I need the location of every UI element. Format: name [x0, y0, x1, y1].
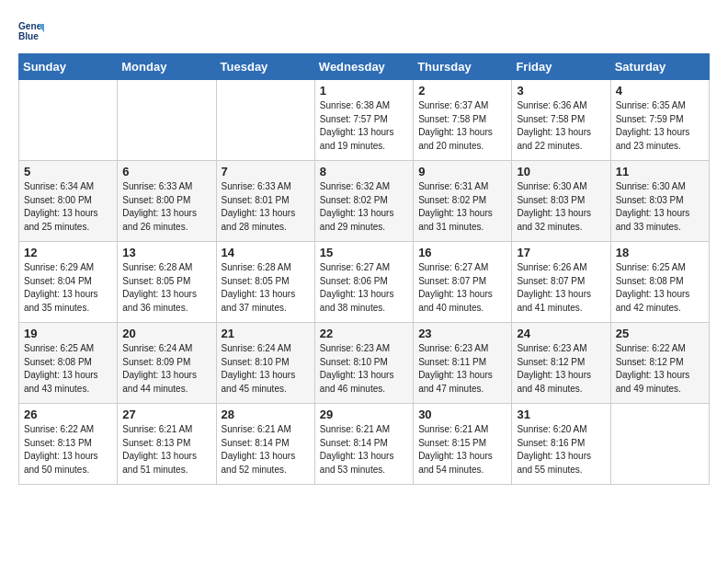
day-info: Sunrise: 6:23 AM Sunset: 8:10 PM Dayligh…	[320, 342, 408, 396]
day-number: 8	[320, 165, 408, 178]
day-info: Sunrise: 6:25 AM Sunset: 8:08 PM Dayligh…	[616, 261, 704, 315]
calendar-week-row: 1Sunrise: 6:38 AM Sunset: 7:57 PM Daylig…	[19, 80, 710, 161]
logo: General Blue	[18, 18, 48, 44]
day-info: Sunrise: 6:30 AM Sunset: 8:03 PM Dayligh…	[517, 180, 605, 234]
day-number: 1	[320, 84, 408, 98]
day-number: 27	[122, 408, 210, 421]
day-info: Sunrise: 6:21 AM Sunset: 8:13 PM Dayligh…	[122, 423, 210, 477]
calendar-cell	[216, 80, 314, 161]
calendar-cell: 18Sunrise: 6:25 AM Sunset: 8:08 PM Dayli…	[610, 242, 709, 323]
calendar-cell: 30Sunrise: 6:21 AM Sunset: 8:15 PM Dayli…	[414, 404, 512, 485]
day-info: Sunrise: 6:26 AM Sunset: 8:07 PM Dayligh…	[517, 261, 605, 315]
calendar-cell: 4Sunrise: 6:35 AM Sunset: 7:59 PM Daylig…	[610, 80, 709, 161]
calendar-cell: 31Sunrise: 6:20 AM Sunset: 8:16 PM Dayli…	[512, 404, 610, 485]
calendar-cell: 9Sunrise: 6:31 AM Sunset: 8:02 PM Daylig…	[414, 161, 512, 242]
calendar-cell: 3Sunrise: 6:36 AM Sunset: 7:58 PM Daylig…	[512, 80, 610, 161]
day-info: Sunrise: 6:28 AM Sunset: 8:05 PM Dayligh…	[222, 261, 310, 315]
day-number: 22	[320, 327, 408, 340]
day-number: 3	[517, 84, 605, 98]
day-number: 7	[222, 165, 310, 178]
calendar-cell: 11Sunrise: 6:30 AM Sunset: 8:03 PM Dayli…	[610, 161, 709, 242]
day-number: 25	[616, 327, 704, 340]
day-info: Sunrise: 6:30 AM Sunset: 8:03 PM Dayligh…	[616, 180, 704, 234]
day-info: Sunrise: 6:20 AM Sunset: 8:16 PM Dayligh…	[517, 423, 605, 477]
calendar-cell: 19Sunrise: 6:25 AM Sunset: 8:08 PM Dayli…	[19, 323, 118, 404]
day-number: 31	[517, 408, 605, 421]
calendar-cell: 24Sunrise: 6:23 AM Sunset: 8:12 PM Dayli…	[512, 323, 610, 404]
logo-icon: General Blue	[18, 18, 44, 44]
calendar-cell: 5Sunrise: 6:34 AM Sunset: 8:00 PM Daylig…	[19, 161, 118, 242]
day-info: Sunrise: 6:31 AM Sunset: 8:02 PM Dayligh…	[418, 180, 506, 234]
day-number: 30	[418, 408, 506, 421]
day-number: 16	[418, 246, 506, 259]
day-number: 24	[517, 327, 605, 340]
calendar-cell: 22Sunrise: 6:23 AM Sunset: 8:10 PM Dayli…	[314, 323, 413, 404]
day-info: Sunrise: 6:38 AM Sunset: 7:57 PM Dayligh…	[320, 99, 408, 153]
day-number: 19	[24, 327, 112, 340]
day-number: 13	[122, 246, 210, 259]
day-info: Sunrise: 6:32 AM Sunset: 8:02 PM Dayligh…	[320, 180, 408, 234]
day-info: Sunrise: 6:22 AM Sunset: 8:13 PM Dayligh…	[24, 423, 112, 477]
calendar-week-row: 12Sunrise: 6:29 AM Sunset: 8:04 PM Dayli…	[19, 242, 710, 323]
day-number: 6	[122, 165, 210, 178]
day-info: Sunrise: 6:21 AM Sunset: 8:14 PM Dayligh…	[320, 423, 408, 477]
header-row: SundayMondayTuesdayWednesdayThursdayFrid…	[19, 54, 710, 80]
calendar-cell: 28Sunrise: 6:21 AM Sunset: 8:14 PM Dayli…	[216, 404, 314, 485]
calendar-cell: 8Sunrise: 6:32 AM Sunset: 8:02 PM Daylig…	[314, 161, 413, 242]
day-info: Sunrise: 6:22 AM Sunset: 8:12 PM Dayligh…	[616, 342, 704, 396]
calendar-cell: 13Sunrise: 6:28 AM Sunset: 8:05 PM Dayli…	[118, 242, 216, 323]
calendar-cell: 25Sunrise: 6:22 AM Sunset: 8:12 PM Dayli…	[610, 323, 709, 404]
day-number: 28	[222, 408, 310, 421]
day-number: 23	[418, 327, 506, 340]
calendar-table: SundayMondayTuesdayWednesdayThursdayFrid…	[18, 53, 710, 485]
day-number: 10	[517, 165, 605, 178]
day-number: 20	[122, 327, 210, 340]
day-info: Sunrise: 6:37 AM Sunset: 7:58 PM Dayligh…	[418, 99, 506, 153]
calendar-week-row: 26Sunrise: 6:22 AM Sunset: 8:13 PM Dayli…	[19, 404, 710, 485]
day-number: 12	[24, 246, 112, 259]
day-number: 11	[616, 165, 704, 178]
day-number: 15	[320, 246, 408, 259]
calendar-cell: 10Sunrise: 6:30 AM Sunset: 8:03 PM Dayli…	[512, 161, 610, 242]
day-info: Sunrise: 6:34 AM Sunset: 8:00 PM Dayligh…	[24, 180, 112, 234]
day-info: Sunrise: 6:21 AM Sunset: 8:14 PM Dayligh…	[222, 423, 310, 477]
day-info: Sunrise: 6:36 AM Sunset: 7:58 PM Dayligh…	[517, 99, 605, 153]
calendar-cell: 20Sunrise: 6:24 AM Sunset: 8:09 PM Dayli…	[118, 323, 216, 404]
day-number: 4	[616, 84, 704, 98]
day-info: Sunrise: 6:35 AM Sunset: 7:59 PM Dayligh…	[616, 99, 704, 153]
weekday-header: Wednesday	[314, 54, 413, 80]
day-info: Sunrise: 6:24 AM Sunset: 8:10 PM Dayligh…	[222, 342, 310, 396]
calendar-cell: 16Sunrise: 6:27 AM Sunset: 8:07 PM Dayli…	[414, 242, 512, 323]
calendar-cell: 12Sunrise: 6:29 AM Sunset: 8:04 PM Dayli…	[19, 242, 118, 323]
day-number: 29	[320, 408, 408, 421]
weekday-header: Sunday	[19, 54, 118, 80]
day-info: Sunrise: 6:23 AM Sunset: 8:12 PM Dayligh…	[517, 342, 605, 396]
calendar-cell: 21Sunrise: 6:24 AM Sunset: 8:10 PM Dayli…	[216, 323, 314, 404]
day-number: 17	[517, 246, 605, 259]
day-number: 5	[24, 165, 112, 178]
day-info: Sunrise: 6:21 AM Sunset: 8:15 PM Dayligh…	[418, 423, 506, 477]
calendar-cell: 15Sunrise: 6:27 AM Sunset: 8:06 PM Dayli…	[314, 242, 413, 323]
day-info: Sunrise: 6:27 AM Sunset: 8:07 PM Dayligh…	[418, 261, 506, 315]
calendar-cell: 2Sunrise: 6:37 AM Sunset: 7:58 PM Daylig…	[414, 80, 512, 161]
day-info: Sunrise: 6:23 AM Sunset: 8:11 PM Dayligh…	[418, 342, 506, 396]
calendar-cell	[118, 80, 216, 161]
calendar-week-row: 5Sunrise: 6:34 AM Sunset: 8:00 PM Daylig…	[19, 161, 710, 242]
day-info: Sunrise: 6:27 AM Sunset: 8:06 PM Dayligh…	[320, 261, 408, 315]
page-header: General Blue	[18, 18, 710, 44]
day-number: 9	[418, 165, 506, 178]
weekday-header: Thursday	[414, 54, 512, 80]
day-info: Sunrise: 6:33 AM Sunset: 8:00 PM Dayligh…	[122, 180, 210, 234]
day-number: 21	[222, 327, 310, 340]
day-info: Sunrise: 6:25 AM Sunset: 8:08 PM Dayligh…	[24, 342, 112, 396]
calendar-cell: 7Sunrise: 6:33 AM Sunset: 8:01 PM Daylig…	[216, 161, 314, 242]
day-number: 14	[222, 246, 310, 259]
calendar-cell: 14Sunrise: 6:28 AM Sunset: 8:05 PM Dayli…	[216, 242, 314, 323]
weekday-header: Friday	[512, 54, 610, 80]
calendar-week-row: 19Sunrise: 6:25 AM Sunset: 8:08 PM Dayli…	[19, 323, 710, 404]
weekday-header: Saturday	[610, 54, 709, 80]
calendar-cell	[19, 80, 118, 161]
calendar-cell: 27Sunrise: 6:21 AM Sunset: 8:13 PM Dayli…	[118, 404, 216, 485]
day-info: Sunrise: 6:33 AM Sunset: 8:01 PM Dayligh…	[222, 180, 310, 234]
svg-text:Blue: Blue	[18, 31, 39, 41]
